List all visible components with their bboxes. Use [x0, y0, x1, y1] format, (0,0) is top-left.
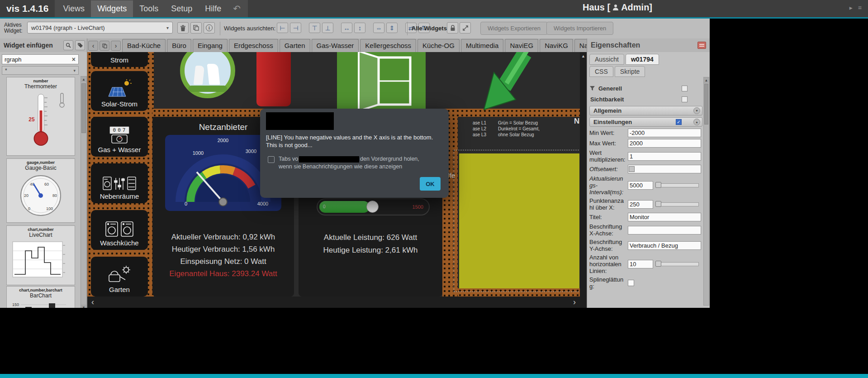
- expand-widgets-button[interactable]: [460, 22, 471, 33]
- tab-css[interactable]: CSS: [589, 66, 613, 77]
- palette-item-livechart[interactable]: chart,number LiveChart: [6, 225, 75, 285]
- tab-eingang[interactable]: Eingang: [193, 39, 228, 52]
- align-right-button[interactable]: ⊣: [290, 23, 301, 33]
- beschriftung-y-input[interactable]: [628, 241, 701, 250]
- menu-widgets[interactable]: Widgets: [91, 0, 133, 17]
- min-wert-input[interactable]: [628, 129, 701, 137]
- center-horizontal-button[interactable]: ↔: [341, 23, 352, 33]
- scrollbar-thumb[interactable]: [704, 84, 708, 124]
- delete-widget-button[interactable]: [177, 22, 189, 33]
- tab-navieg[interactable]: NaviEG: [505, 39, 538, 52]
- expand-section-button[interactable]: ▾: [693, 107, 700, 114]
- palette-item-gauge-basic[interactable]: gauge,number Gauge-Basic 0 20 40 60 80 1…: [6, 158, 75, 223]
- tab-truncated[interactable]: Na: [574, 39, 587, 52]
- scrollbar-thumb[interactable]: [81, 83, 86, 133]
- panel-menu-button[interactable]: [697, 42, 706, 49]
- tab-aussicht[interactable]: Aussicht: [589, 54, 624, 65]
- tab-bad-kueche[interactable]: Bad-Küche: [122, 39, 166, 52]
- active-widget-select[interactable]: w01794 (rgraph - LiveChart) ▾: [27, 22, 173, 33]
- horizontale-linien-slider[interactable]: [655, 262, 699, 266]
- offsetwert-input[interactable]: [628, 165, 701, 173]
- nav-button-strom[interactable]: Strom: [91, 52, 148, 67]
- slider-handle[interactable]: [655, 182, 661, 188]
- section-einstellungen[interactable]: Einstellungen ✓ ▴: [589, 117, 702, 127]
- canvas-horizontal-scrollbar[interactable]: ‹ ›: [87, 297, 587, 308]
- distribute-vertical-button[interactable]: ⇕: [386, 23, 398, 33]
- green-arrow-widget[interactable]: [480, 52, 538, 111]
- intervall-input[interactable]: [628, 181, 653, 190]
- offsetwert-slider-handle[interactable]: [629, 166, 635, 172]
- tab-navikg[interactable]: NaviKG: [540, 39, 573, 52]
- menu-hilfe[interactable]: Hilfe: [199, 0, 228, 17]
- menu-setup[interactable]: Setup: [165, 0, 199, 17]
- section-sichtbarkeit[interactable]: Sichtbarkeit: [589, 94, 702, 104]
- nav-button-garten[interactable]: Garten: [91, 257, 148, 297]
- filter-input[interactable]: rgraph ×: [2, 54, 79, 64]
- tag-filter-button[interactable]: [75, 40, 85, 50]
- widget-info-button[interactable]: i: [204, 22, 215, 33]
- red-banner-widget[interactable]: [256, 52, 291, 106]
- wert-multiplizieren-input[interactable]: [628, 152, 701, 161]
- tab-widget-id[interactable]: w01794: [626, 54, 659, 65]
- export-widgets-button[interactable]: Widgets Exportieren: [480, 22, 548, 35]
- palette-scrollbar[interactable]: ▲ ▼: [81, 76, 87, 308]
- scroll-down-icon[interactable]: ▼: [81, 305, 86, 308]
- tab-kellergeschoss[interactable]: Kellergeschoss: [360, 39, 416, 52]
- palette-item-thermometer[interactable]: number Thermometer 25: [6, 77, 75, 156]
- scroll-up-icon[interactable]: ▲: [704, 77, 709, 83]
- section-generell[interactable]: Generell: [589, 83, 702, 93]
- tab-garten[interactable]: Garten: [280, 39, 310, 52]
- import-widgets-button[interactable]: Widgets Importieren: [546, 22, 613, 35]
- max-wert-input[interactable]: [628, 139, 701, 148]
- palette-item-barchart[interactable]: chart,number,barchart BarChart 150 100: [6, 286, 75, 308]
- align-top-button[interactable]: ⊤: [309, 23, 320, 33]
- copy-view-button[interactable]: [100, 41, 109, 51]
- einstellungen-checkbox[interactable]: ✓: [676, 119, 682, 125]
- tab-skripte[interactable]: Skripte: [615, 66, 645, 77]
- undo-icon[interactable]: ↶: [233, 3, 241, 14]
- lock-widgets-button[interactable]: [447, 22, 458, 33]
- scroll-up-icon[interactable]: ▲: [81, 77, 86, 82]
- generell-checkbox[interactable]: [682, 86, 688, 91]
- tab-multimedia[interactable]: Multimedia: [461, 39, 504, 52]
- align-left-button[interactable]: ⊢: [277, 23, 288, 33]
- tab-kueche-og[interactable]: Küche-OG: [417, 39, 460, 52]
- collapse-section-button[interactable]: ▴: [693, 119, 700, 125]
- align-bottom-button[interactable]: ⊥: [322, 23, 333, 33]
- scroll-right-icon[interactable]: ›: [573, 297, 576, 307]
- nav-button-waschkueche[interactable]: Waschküche: [91, 210, 148, 250]
- punktenanzahl-slider[interactable]: [655, 202, 699, 206]
- menu-tools[interactable]: Tools: [133, 0, 165, 17]
- punktenanzahl-input[interactable]: [628, 200, 653, 209]
- scroll-left-icon[interactable]: ‹: [91, 297, 94, 307]
- slider-handle[interactable]: [655, 201, 661, 207]
- tab-gas-wasser[interactable]: Gas-Wasser: [312, 39, 359, 52]
- prev-view-button[interactable]: ‹: [88, 41, 98, 51]
- beschriftung-x-input[interactable]: [628, 226, 701, 234]
- eco-power-widget[interactable]: [180, 52, 235, 98]
- nav-button-gas-wasser[interactable]: 007 Gas + Wasser: [91, 117, 148, 157]
- tab-erdgeschoss[interactable]: Erdgeschoss: [229, 39, 278, 52]
- menu-icon[interactable]: ≡: [858, 4, 862, 11]
- selected-livechart-widget[interactable]: [454, 150, 583, 292]
- canvas-vertical-scrollbar[interactable]: ▲: [580, 52, 587, 297]
- tab-buero[interactable]: Büro: [167, 39, 191, 52]
- scroll-up-icon[interactable]: ▲: [580, 52, 587, 58]
- center-vertical-button[interactable]: ↕: [354, 23, 365, 33]
- widget-set-select[interactable]: * ▾: [2, 66, 79, 75]
- play-icon[interactable]: ▸: [849, 4, 853, 11]
- nav-button-solar-strom[interactable]: Solar-Strom: [91, 71, 148, 111]
- sichtbarkeit-checkbox[interactable]: [682, 96, 688, 102]
- clear-filter-icon[interactable]: ×: [69, 56, 78, 63]
- next-view-button[interactable]: ›: [111, 41, 121, 51]
- properties-scrollbar[interactable]: ▲: [703, 77, 709, 306]
- suppress-dialogs-checkbox[interactable]: [268, 156, 275, 163]
- horizontale-linien-input[interactable]: [628, 260, 653, 268]
- section-allgemein[interactable]: Allgemein ▾: [589, 106, 702, 115]
- splineglaettung-checkbox[interactable]: [628, 280, 634, 286]
- copy-widget-button[interactable]: [190, 22, 202, 33]
- distribute-horizontal-button[interactable]: ⇔: [373, 23, 384, 33]
- nav-button-nebenraeume[interactable]: Nebenräume: [91, 163, 148, 203]
- search-button[interactable]: [63, 40, 73, 50]
- ok-button[interactable]: OK: [420, 177, 441, 191]
